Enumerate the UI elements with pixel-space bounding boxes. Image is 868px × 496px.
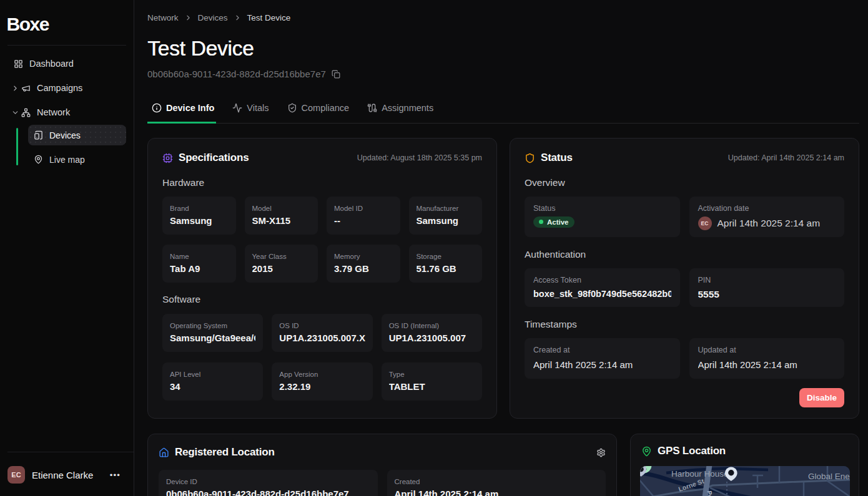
svg-text:Po: Po (706, 490, 714, 496)
svg-text:Harbour House: Harbour House (671, 469, 729, 479)
svg-text:Global Energy: Global Energy (808, 472, 850, 481)
